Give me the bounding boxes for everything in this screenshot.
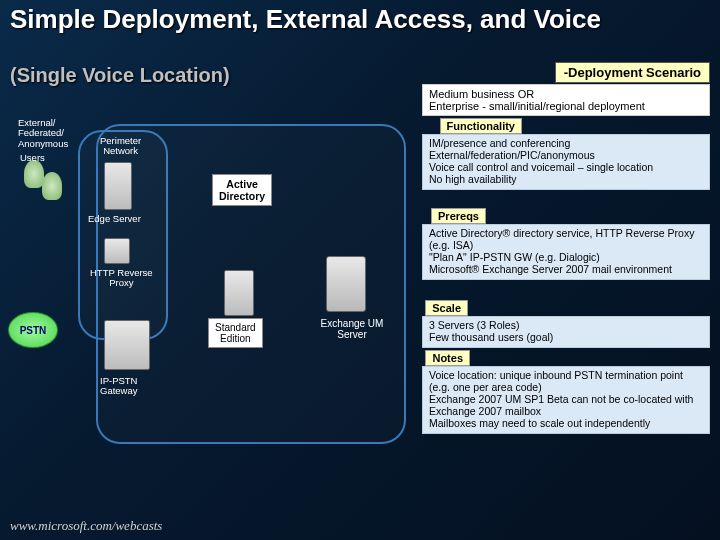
- functionality-panel: IM/presence and conferencing External/fe…: [422, 134, 710, 190]
- functionality-label: Functionality: [440, 118, 522, 134]
- scale-label: Scale: [425, 300, 468, 316]
- notes-panel: Voice location: unique inbound PSTN term…: [422, 366, 710, 434]
- scale-panel: 3 Servers (3 Roles) Few thousand users (…: [422, 316, 710, 348]
- prereqs-label: Prereqs: [431, 208, 486, 224]
- notes-label: Notes: [425, 350, 470, 366]
- scenario-text: Medium business OR Enterprise - small/in…: [422, 84, 710, 116]
- slide-title: Simple Deployment, External Access, and …: [0, 0, 720, 33]
- server-icon: [104, 238, 130, 264]
- server-icon: [104, 162, 132, 210]
- external-users-label: External/ Federated/ Anonymous: [18, 118, 68, 149]
- exchange-um-server-label: Exchange UM Server: [312, 318, 392, 340]
- perimeter-network-label: Perimeter Network: [100, 136, 141, 157]
- slide-subtitle: (Single Voice Location): [0, 62, 240, 87]
- edge-server-label: Edge Server: [88, 214, 141, 224]
- prereqs-panel: Active Directory® directory service, HTT…: [422, 224, 710, 280]
- active-directory-box: Active Directory: [212, 174, 272, 206]
- person-icon: [24, 160, 44, 188]
- pstn-cloud: PSTN: [8, 312, 58, 348]
- gateway-icon: [104, 320, 150, 370]
- users-label: Users: [20, 153, 45, 163]
- ip-pstn-gateway-label: IP-PSTN Gateway: [100, 376, 138, 397]
- footer-url: www.microsoft.com/webcasts: [10, 518, 162, 534]
- person-icon: [42, 172, 62, 200]
- standard-edition-box: Standard Edition: [208, 318, 263, 348]
- deployment-scenario-label: -Deployment Scenario: [555, 62, 710, 83]
- http-reverse-proxy-label: HTTP Reverse Proxy: [90, 268, 153, 289]
- server-icon: [326, 256, 366, 312]
- server-icon: [224, 270, 254, 316]
